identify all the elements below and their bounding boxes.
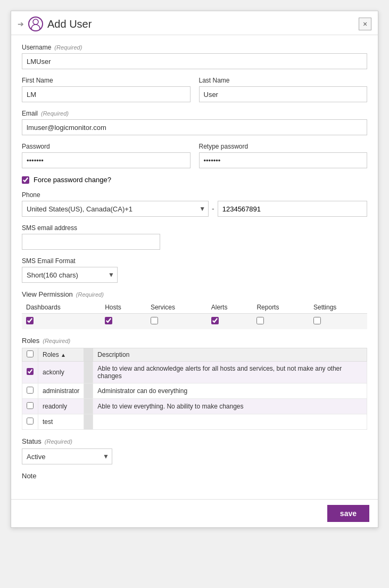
phone-dash: - <box>212 205 214 213</box>
role-test-divider <box>84 414 93 430</box>
table-row: test <box>22 414 367 430</box>
phone-country-select[interactable]: United States(US), Canada(CA)+1 <box>22 201 209 217</box>
user-avatar-icon <box>28 17 43 31</box>
perm-alerts-checkbox[interactable] <box>211 317 219 324</box>
back-arrow-icon: ➔ <box>18 20 24 28</box>
username-input[interactable] <box>22 53 367 69</box>
role-admin-divider <box>84 383 93 399</box>
role-test-description <box>93 414 367 430</box>
view-permission-label: View Permission(Required) <box>22 290 367 298</box>
sms-format-select-wrap: Short(160 chars) Long ▼ <box>22 267 118 283</box>
perm-alerts-cell <box>207 314 253 330</box>
sms-format-label: SMS Email Format <box>22 257 367 265</box>
table-row: ackonly Able to view and acknowledge ale… <box>22 362 367 383</box>
close-button[interactable]: × <box>359 18 371 30</box>
note-label: Note <box>22 472 367 480</box>
sms-format-row: SMS Email Format Short(160 chars) Long ▼ <box>22 257 367 283</box>
perm-col-alerts: Alerts <box>207 301 253 314</box>
password-input[interactable] <box>22 152 191 168</box>
perm-hosts-cell <box>101 314 146 330</box>
role-ackonly-name: ackonly <box>38 362 84 383</box>
role-admin-checkbox[interactable] <box>27 387 34 394</box>
lastname-input[interactable] <box>199 86 368 102</box>
title-left: ➔ Add User <box>18 17 92 31</box>
perm-hosts-checkbox[interactable] <box>105 317 112 324</box>
form-footer: save <box>11 499 378 527</box>
retype-password-label: Retype password <box>199 143 368 150</box>
perm-services-checkbox[interactable] <box>151 317 158 324</box>
note-section: Note <box>22 472 367 480</box>
svg-point-0 <box>33 19 38 24</box>
add-user-window: ➔ Add User × Username(Required) First Na… <box>11 11 378 528</box>
table-row: readonly Able to view everything. No abi… <box>22 399 367 414</box>
status-label: Status(Required) <box>22 437 367 445</box>
role-test-checkbox-cell <box>22 414 38 430</box>
roles-select-all-header <box>22 348 38 362</box>
view-permission-row: View Permission(Required) Dashboards Hos… <box>22 290 367 329</box>
force-password-row: Force password change? <box>22 176 367 184</box>
table-row: administrator Administrator can do every… <box>22 383 367 399</box>
perm-reports-checkbox[interactable] <box>256 317 264 324</box>
force-password-label: Force password change? <box>34 176 111 184</box>
form-body: Username(Required) First Name Last Name … <box>11 35 378 499</box>
role-admin-name: administrator <box>38 383 84 399</box>
perm-settings-checkbox[interactable] <box>313 317 321 324</box>
role-admin-description: Administrator can do everything <box>93 383 367 399</box>
email-row: Email(Required) <box>22 110 367 135</box>
role-readonly-checkbox-cell <box>22 399 38 414</box>
roles-table: Roles ▲ Description ackonly Able to view… <box>22 348 367 430</box>
retype-password-group: Retype password <box>199 143 368 168</box>
role-test-checkbox[interactable] <box>27 418 34 424</box>
perm-settings-cell <box>309 314 367 330</box>
phone-number-input[interactable] <box>218 201 367 217</box>
permission-data-row <box>22 314 367 330</box>
roles-label: Roles(Required) <box>22 337 367 345</box>
username-row: Username(Required) <box>22 44 367 69</box>
status-select-wrap: Active Inactive ▼ <box>22 448 112 464</box>
role-readonly-description: Able to view everything. No ability to m… <box>93 399 367 414</box>
role-ackonly-checkbox[interactable] <box>27 368 34 375</box>
role-readonly-checkbox[interactable] <box>27 402 34 409</box>
role-ackonly-checkbox-cell <box>22 362 38 383</box>
sms-format-select[interactable]: Short(160 chars) Long <box>22 267 118 283</box>
perm-col-services: Services <box>146 301 207 314</box>
phone-inputs: United States(US), Canada(CA)+1 ▼ - <box>22 201 367 217</box>
phone-label: Phone <box>22 191 367 199</box>
firstname-input[interactable] <box>22 86 191 102</box>
perm-dashboards-cell <box>22 314 101 330</box>
email-input[interactable] <box>22 119 367 135</box>
save-button[interactable]: save <box>327 505 369 522</box>
lastname-group: Last Name <box>199 77 368 102</box>
status-select[interactable]: Active Inactive <box>22 448 112 464</box>
perm-services-cell <box>146 314 207 330</box>
name-row: First Name Last Name <box>22 77 367 102</box>
roles-select-all-checkbox[interactable] <box>27 350 34 357</box>
password-group: Password <box>22 143 191 168</box>
force-password-checkbox[interactable] <box>22 176 29 184</box>
permission-table: Dashboards Hosts Services Alerts Reports… <box>22 301 367 329</box>
firstname-label: First Name <box>22 77 191 84</box>
sms-email-row: SMS email address <box>22 224 367 250</box>
role-ackonly-description: Able to view and acknowledge alerts for … <box>93 362 367 383</box>
status-section: Status(Required) Active Inactive ▼ <box>22 437 367 464</box>
perm-col-hosts: Hosts <box>101 301 146 314</box>
titlebar: ➔ Add User × <box>11 11 378 35</box>
email-label: Email(Required) <box>22 110 367 117</box>
retype-password-input[interactable] <box>199 152 368 168</box>
sms-email-input[interactable] <box>22 234 160 250</box>
page-title: Add User <box>47 18 92 30</box>
role-ackonly-divider <box>84 362 93 383</box>
roles-header-row: Roles ▲ Description <box>22 348 367 362</box>
firstname-group: First Name <box>22 77 191 102</box>
password-row: Password Retype password <box>22 143 367 168</box>
permission-header-row: Dashboards Hosts Services Alerts Reports… <box>22 301 367 314</box>
perm-col-reports: Reports <box>252 301 309 314</box>
perm-dashboards-checkbox[interactable] <box>26 317 34 324</box>
username-label: Username(Required) <box>22 44 367 51</box>
sort-arrow-icon: ▲ <box>61 352 66 358</box>
role-test-name: test <box>38 414 84 430</box>
roles-row: Roles(Required) Roles ▲ Description <box>22 337 367 430</box>
role-readonly-divider <box>84 399 93 414</box>
roles-col-divider <box>84 348 93 362</box>
sms-email-label: SMS email address <box>22 224 367 232</box>
